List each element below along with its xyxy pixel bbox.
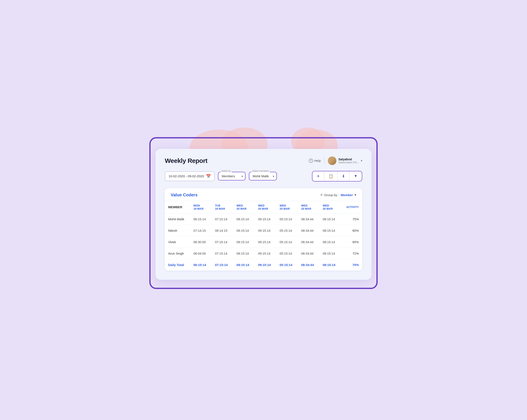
group-by-chevron-icon: ▾ (355, 193, 356, 197)
user-menu[interactable]: Satyabrat Valuecoders Pvt... ▾ (328, 156, 362, 165)
cell-mon: 07:14:15 (190, 225, 212, 236)
chevron-down-icon: ▾ (361, 159, 362, 162)
cell-tue: 07:15:14 (212, 213, 233, 225)
cell-wed1: 08:15:14 (233, 225, 255, 236)
user-company: Valuecoders Pvt... (339, 161, 359, 164)
cell-mon: 08:30:00 (190, 236, 212, 248)
cell-wed4: 08:34:44 (298, 236, 319, 248)
col-header-activity: ACTIVITY (341, 201, 362, 213)
col-header-wed-20c: WED 20 MAR (276, 201, 298, 213)
daily-total-activity: 75% (341, 259, 362, 270)
cell-activity: 72% (341, 248, 362, 259)
download-icon: ⬇ (342, 174, 345, 178)
daily-total-wed1: 08:15:14 (233, 259, 255, 270)
filter-button[interactable]: ▼ (350, 171, 362, 181)
table-row: Arun Singh 06:04:00 07:15:14 08:15:14 09… (165, 248, 362, 259)
daily-total-wed2: 09:15:14 (255, 259, 276, 270)
cell-wed5: 08:15:14 (319, 225, 341, 236)
cell-wed1: 08:15:14 (233, 236, 255, 248)
group-by-label: Group by : (324, 193, 339, 197)
cell-wed1: 08:15:14 (233, 213, 255, 225)
send-button[interactable]: ✈ (312, 171, 324, 181)
header-right: ? Help Satyabrat Valuecoders Pvt... ▾ (309, 156, 362, 165)
cell-wed5: 08:15:14 (319, 236, 341, 248)
cell-wed3: 05:15:14 (276, 236, 298, 248)
cell-wed2: 09:15:14 (255, 213, 276, 225)
select-by-dropdown[interactable]: Members (218, 172, 245, 180)
cell-activity: 65% (341, 236, 362, 248)
cell-tue: 08:14:15 (212, 225, 233, 236)
user-name: Satyabrat (339, 158, 359, 161)
cell-member: Nitesh (165, 225, 190, 236)
select-by-label: Select by (220, 170, 232, 172)
filter-icon: ▼ (354, 174, 358, 178)
page-title: Weekly Report (165, 157, 207, 164)
col-header-tue-19: TUE 19 MAR (212, 201, 233, 213)
cell-member: Mohit Malik (165, 213, 190, 225)
help-link[interactable]: ? Help (309, 159, 321, 163)
select-members-dropdown[interactable]: Mohit Malik (249, 172, 277, 180)
daily-total-row: Daily Total 06:15:14 07:15:14 08:15:14 0… (165, 259, 362, 270)
cell-wed2: 09:15:14 (255, 248, 276, 259)
group-by-value: Member (340, 193, 353, 197)
cell-wed2: 09:15:14 (255, 225, 276, 236)
cell-wed3: 05:15:14 (276, 248, 298, 259)
daily-total-wed4: 08:34:44 (298, 259, 319, 270)
avatar-image (328, 156, 336, 165)
daily-total-wed3: 05:15:14 (276, 259, 298, 270)
toolbar: 10-02-2020 - 09-02-2020 📅 Select by Memb… (165, 171, 362, 181)
schedule-button[interactable]: 📋 (324, 171, 338, 181)
cell-wed3: 05:15:14 (276, 213, 298, 225)
select-members-label: Select members (252, 170, 270, 172)
table-row: Nitesh 07:14:15 08:14:15 08:15:14 09:15:… (165, 225, 362, 236)
cell-mon: 06:04:00 (190, 248, 212, 259)
daily-total-label: Daily Total (165, 259, 190, 270)
cell-wed4: 08:34:44 (298, 225, 319, 236)
cell-activity: 75% (341, 213, 362, 225)
weekly-report-table: MEMBER MON 18 MAR TUE 19 MAR WED 20 MAR (165, 201, 362, 270)
cell-tue: 07:15:14 (212, 236, 233, 248)
schedule-icon: 📋 (329, 174, 333, 178)
select-members-wrapper: Select members Mohit Malik ▾ (249, 172, 277, 180)
action-buttons-group: ✈ 📋 ⬇ ▼ (312, 171, 362, 181)
table-header-row: MEMBER MON 18 MAR TUE 19 MAR WED 20 MAR (165, 201, 362, 213)
user-text: Satyabrat Valuecoders Pvt... (339, 158, 359, 164)
cell-wed5: 08:15:14 (319, 213, 341, 225)
page-header: Weekly Report ? Help Satyabrat Valuecode… (165, 156, 362, 165)
col-header-wed-20e: WED 20 MAR (319, 201, 341, 213)
cell-wed1: 08:15:14 (233, 248, 255, 259)
table-header-bar: Value Coders ≡ Group by : Member ▾ (165, 188, 362, 201)
cell-wed2: 09:15:14 (255, 236, 276, 248)
group-by-control[interactable]: ≡ Group by : Member ▾ (320, 193, 356, 197)
company-name: Value Coders (171, 193, 198, 197)
cell-activity: 60% (341, 225, 362, 236)
select-by-wrapper: Select by Members ▾ (218, 172, 245, 180)
cell-tue: 07:15:14 (212, 248, 233, 259)
avatar (328, 156, 336, 165)
daily-total-tue: 07:15:14 (212, 259, 233, 270)
col-header-member: MEMBER (165, 201, 190, 213)
send-icon: ✈ (317, 174, 320, 178)
main-card: Weekly Report ? Help Satyabrat Valuecode… (155, 149, 372, 280)
cell-wed4: 08:34:44 (298, 213, 319, 225)
col-header-wed-20b: WED 20 MAR (255, 201, 276, 213)
cell-wed4: 08:34:44 (298, 248, 319, 259)
toolbar-left: 10-02-2020 - 09-02-2020 📅 Select by Memb… (165, 171, 277, 181)
col-header-wed-20a: WED 20 MAR (233, 201, 255, 213)
daily-total-mon: 06:15:14 (190, 259, 212, 270)
group-by-icon: ≡ (320, 193, 322, 197)
calendar-icon: 📅 (206, 174, 211, 178)
date-range-value: 10-02-2020 - 09-02-2020 (169, 174, 204, 178)
cell-wed3: 05:15:14 (276, 225, 298, 236)
date-range-picker[interactable]: 10-02-2020 - 09-02-2020 📅 (165, 171, 215, 181)
cell-member: Vivek (165, 236, 190, 248)
col-header-wed-20d: WED 20 MAR (298, 201, 319, 213)
help-label: Help (314, 159, 321, 163)
header-divider (324, 157, 325, 165)
download-button[interactable]: ⬇ (338, 171, 350, 181)
table-row: Vivek 08:30:00 07:15:14 08:15:14 09:15:1… (165, 236, 362, 248)
daily-total-wed5: 08:15:14 (319, 259, 341, 270)
table-section: Value Coders ≡ Group by : Member ▾ MEMBE… (165, 188, 362, 270)
table-row: Mohit Malik 06:15:14 07:15:14 08:15:14 0… (165, 213, 362, 225)
col-header-mon-18: MON 18 MAR (190, 201, 212, 213)
